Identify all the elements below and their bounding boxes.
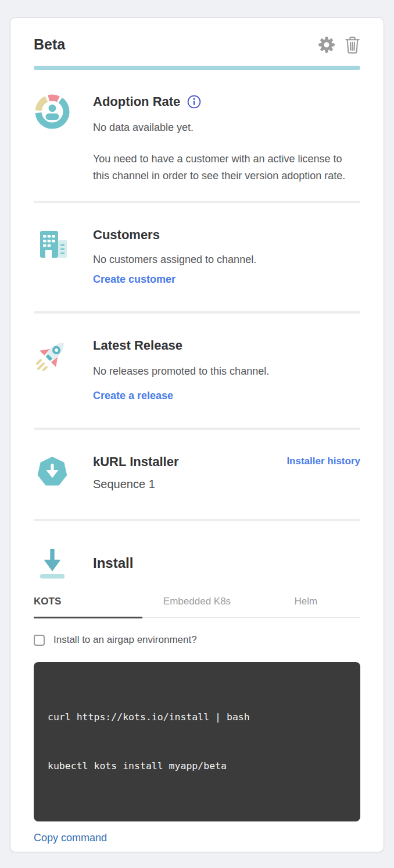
gear-icon <box>318 36 335 54</box>
channel-accent-bar <box>34 66 360 70</box>
adoption-empty-text: No data available yet. <box>93 119 360 136</box>
install-command-code: curl https://kots.io/install | bash kube… <box>34 662 360 821</box>
info-icon <box>187 95 201 109</box>
install-title: Install <box>93 545 360 582</box>
channel-name: Beta <box>34 36 65 53</box>
section-latest-release: Latest Release No releases promoted to t… <box>34 314 360 402</box>
copy-command-link[interactable]: Copy command <box>34 832 107 844</box>
code-line: kubectl kots install myapp/beta <box>48 758 346 774</box>
customers-title: Customers <box>93 226 360 244</box>
release-title: Latest Release <box>93 337 360 354</box>
card-header: Beta <box>34 18 360 54</box>
section-customers: Customers No customers assigned to chann… <box>34 203 360 286</box>
airgap-label: Install to an airgap environment? <box>53 634 197 646</box>
create-customer-link[interactable]: Create customer <box>93 273 175 286</box>
installer-title: kURL Installer <box>93 453 179 471</box>
tab-embedded-k8s[interactable]: Embedded K8s <box>142 596 251 617</box>
tab-kots[interactable]: KOTS <box>34 596 142 618</box>
trash-icon <box>345 35 360 54</box>
customers-empty-text: No customers assigned to channel. <box>93 251 360 268</box>
installer-history-link[interactable]: Installer history <box>286 456 360 467</box>
adoption-info-button[interactable] <box>187 95 201 109</box>
delete-button[interactable] <box>345 35 360 54</box>
install-tabs: KOTS Embedded K8s Helm <box>34 596 360 618</box>
customers-building-icon <box>34 226 71 264</box>
airgap-checkbox[interactable] <box>34 635 45 646</box>
channel-card: Beta <box>10 17 384 852</box>
release-empty-text: No releases promoted to this channel. <box>93 363 360 380</box>
download-icon <box>34 545 71 582</box>
adoption-hint-text: You need to have a customer with an acti… <box>93 151 360 184</box>
adoption-donut-icon <box>34 93 71 130</box>
kurl-heptagon-icon <box>34 453 71 490</box>
create-release-link[interactable]: Create a release <box>93 390 173 402</box>
adoption-title: Adoption Rate <box>93 93 180 111</box>
rocket-icon <box>34 337 71 374</box>
section-adoption-rate: Adoption Rate No data available yet. You… <box>34 70 360 184</box>
tab-helm[interactable]: Helm <box>252 596 360 617</box>
header-actions <box>318 35 360 54</box>
code-line: curl https://kots.io/install | bash <box>48 709 346 725</box>
section-kurl-installer: kURL Installer Sequence 1 Installer hist… <box>34 430 360 491</box>
section-install: Install <box>34 521 360 582</box>
settings-button[interactable] <box>318 36 335 54</box>
installer-sequence: Sequence 1 <box>93 478 179 491</box>
airgap-row: Install to an airgap environment? <box>34 634 360 646</box>
